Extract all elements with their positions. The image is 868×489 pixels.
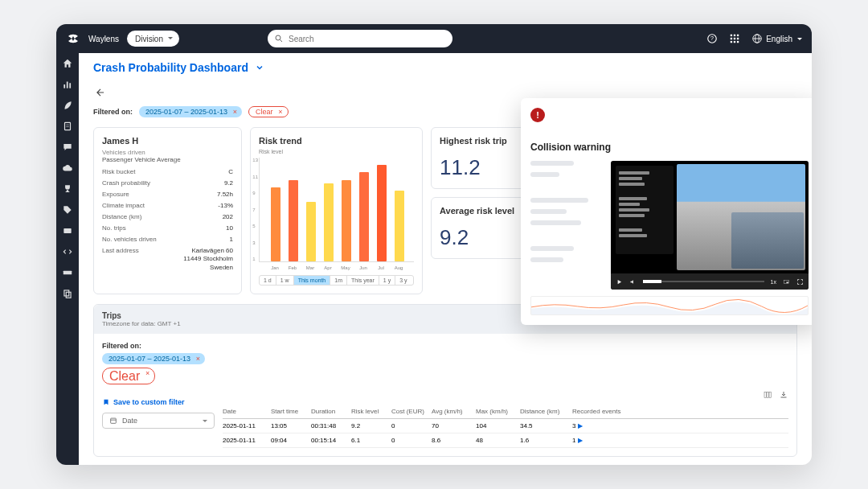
bookmark-icon xyxy=(102,398,110,406)
search-box[interactable] xyxy=(268,30,452,47)
popup-title: Collision warning xyxy=(530,142,611,153)
driver-address: Karlavägen 6011449 StockholmSweden xyxy=(183,247,233,272)
video-controls[interactable]: 1x xyxy=(611,273,809,290)
trophy-icon[interactable] xyxy=(62,183,73,195)
search-input[interactable] xyxy=(289,35,446,43)
svg-rect-16 xyxy=(63,84,65,88)
volume-icon[interactable] xyxy=(629,278,637,286)
play-icon[interactable] xyxy=(616,278,623,286)
close-icon[interactable]: × xyxy=(145,369,149,377)
svg-rect-5 xyxy=(734,35,735,36)
chart-bar xyxy=(342,180,351,261)
filter-chip-daterange[interactable]: 2025-01-07 – 2025-01-13× xyxy=(139,106,242,117)
warning-icon: ! xyxy=(530,108,545,122)
driver-card: James H Vehicles driven Passenger Vehicl… xyxy=(93,127,242,294)
code-icon[interactable] xyxy=(62,246,73,257)
globe-icon xyxy=(751,33,763,44)
range-option[interactable]: 1 y xyxy=(379,276,395,285)
apps-grid-icon[interactable] xyxy=(729,33,740,44)
svg-rect-11 xyxy=(734,41,735,43)
sidebar xyxy=(56,53,79,465)
stat-row: Distance (km)202 xyxy=(102,213,233,220)
columns-icon[interactable] xyxy=(763,390,772,400)
calendar-icon xyxy=(109,417,117,425)
close-icon[interactable]: × xyxy=(196,355,200,363)
chevron-down-icon[interactable] xyxy=(255,63,264,72)
copy-icon[interactable] xyxy=(62,288,73,299)
clear-button[interactable]: Clear× xyxy=(102,368,155,384)
clear-button[interactable]: Clear× xyxy=(248,106,289,117)
risk-bar-chart: 131197531 xyxy=(259,158,414,262)
fullscreen-icon[interactable] xyxy=(796,278,804,286)
svg-rect-17 xyxy=(67,82,68,88)
topbar: Waylens Division ? English xyxy=(56,24,812,53)
svg-point-0 xyxy=(276,35,280,40)
svg-rect-9 xyxy=(737,38,739,39)
play-icon[interactable]: ▶ xyxy=(578,437,583,444)
search-icon xyxy=(274,34,284,43)
close-icon[interactable]: × xyxy=(233,108,237,116)
home-icon[interactable] xyxy=(62,58,73,69)
range-option[interactable]: This year xyxy=(347,276,379,285)
stat-row: No. vehicles driven1 xyxy=(102,236,233,243)
svg-rect-10 xyxy=(731,41,732,43)
ad-icon[interactable] xyxy=(62,267,73,278)
trips-section: Trips Timezone for data: GMT +1 Filtered… xyxy=(93,304,797,457)
play-icon[interactable]: ▶ xyxy=(578,422,583,429)
filter-label: Filtered on: xyxy=(93,108,133,116)
avg-risk-value: 9.2 xyxy=(440,225,518,250)
svg-rect-30 xyxy=(769,392,772,398)
cloud-icon[interactable] xyxy=(62,162,73,174)
range-option[interactable]: This month xyxy=(294,276,331,285)
video-cabin-view xyxy=(731,212,804,269)
video-progress[interactable] xyxy=(643,281,764,282)
range-option[interactable]: 3 y xyxy=(395,276,411,285)
help-icon[interactable]: ? xyxy=(706,33,718,44)
card-icon[interactable] xyxy=(62,225,73,236)
popup-skeleton xyxy=(530,161,603,290)
stat-row: Exposure7.52h xyxy=(102,191,233,198)
page-title: Crash Probability Dashboard xyxy=(93,61,248,74)
date-picker[interactable]: Date xyxy=(102,413,215,429)
leaf-icon[interactable] xyxy=(62,100,73,111)
save-filter-button[interactable]: Save to custom filter xyxy=(102,398,215,406)
document-icon[interactable] xyxy=(62,121,73,132)
video-speed[interactable]: 1x xyxy=(771,279,776,285)
sparkline-chart xyxy=(530,296,809,315)
pip-icon[interactable] xyxy=(783,278,790,286)
tag-icon[interactable] xyxy=(62,204,73,216)
table-row[interactable]: 2025-01-1109:0400:15:146.108.6481.61 ▶ xyxy=(223,434,788,448)
language-selector[interactable]: English xyxy=(751,33,802,44)
video-player[interactable]: 1x xyxy=(611,161,809,290)
range-option[interactable]: 1 w xyxy=(276,276,294,285)
svg-rect-19 xyxy=(65,122,71,129)
highest-risk-card: Highest risk trip 11.2 xyxy=(431,127,527,189)
svg-text:?: ? xyxy=(710,35,714,41)
svg-rect-28 xyxy=(764,392,767,398)
division-selector[interactable]: Division xyxy=(127,31,179,47)
chart-bar xyxy=(306,202,316,261)
chat-icon[interactable] xyxy=(62,142,73,153)
avg-risk-card: Average risk level 9.2 xyxy=(431,197,527,259)
chart-bar xyxy=(377,165,387,261)
close-icon[interactable]: × xyxy=(278,108,282,116)
filter-chip-daterange[interactable]: 2025-01-07 – 2025-01-13× xyxy=(102,353,205,364)
stat-row: No. trips10 xyxy=(102,224,233,232)
svg-rect-22 xyxy=(63,228,71,233)
chart-bar xyxy=(289,180,298,261)
range-option[interactable]: 1m xyxy=(330,276,347,285)
video-hud xyxy=(616,166,674,254)
brand-name: Waylens xyxy=(88,35,119,43)
download-icon[interactable] xyxy=(779,390,788,400)
svg-rect-29 xyxy=(767,392,769,398)
range-option[interactable]: 1 d xyxy=(260,276,276,285)
svg-line-1 xyxy=(280,40,283,43)
stat-row: Crash probability9.2 xyxy=(102,179,233,187)
analytics-icon[interactable] xyxy=(62,79,73,90)
back-button[interactable] xyxy=(93,85,108,100)
table-row[interactable]: 2025-01-1113:0500:31:489.207010434.53 ▶ xyxy=(223,419,788,434)
risk-trend-card: Risk trend Risk level 131197531 JanFebMa… xyxy=(250,127,423,294)
time-range-selector[interactable]: 1 d1 wThis month1mThis year1 y3 y xyxy=(259,275,414,286)
driver-name: James H xyxy=(102,136,233,146)
stat-row: Risk bucketC xyxy=(102,168,233,175)
